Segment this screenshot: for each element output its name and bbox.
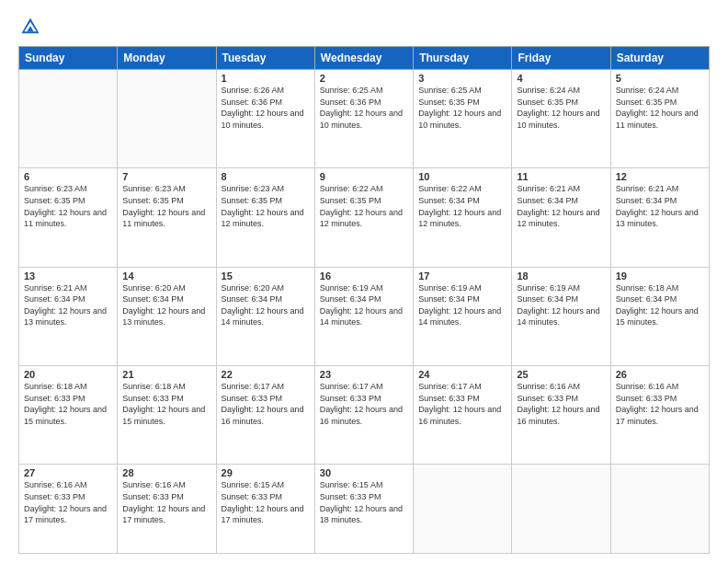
calendar-cell: 4Sunrise: 6:24 AM Sunset: 6:35 PM Daylig… xyxy=(512,70,610,168)
calendar-cell: 27Sunrise: 6:16 AM Sunset: 6:33 PM Dayli… xyxy=(19,465,118,554)
day-number: 5 xyxy=(616,73,704,84)
day-number: 6 xyxy=(24,171,112,182)
day-info: Sunrise: 6:24 AM Sunset: 6:35 PM Dayligh… xyxy=(616,85,704,131)
calendar-cell: 21Sunrise: 6:18 AM Sunset: 6:33 PM Dayli… xyxy=(118,366,216,465)
day-number: 21 xyxy=(122,369,210,380)
day-info: Sunrise: 6:15 AM Sunset: 6:33 PM Dayligh… xyxy=(320,479,408,525)
day-number: 2 xyxy=(320,73,408,84)
calendar-cell: 13Sunrise: 6:21 AM Sunset: 6:34 PM Dayli… xyxy=(19,267,118,365)
calendar-cell: 28Sunrise: 6:16 AM Sunset: 6:33 PM Dayli… xyxy=(118,465,216,554)
day-info: Sunrise: 6:20 AM Sunset: 6:34 PM Dayligh… xyxy=(122,282,210,328)
day-number: 29 xyxy=(222,467,310,478)
day-info: Sunrise: 6:19 AM Sunset: 6:34 PM Dayligh… xyxy=(517,282,605,328)
day-info: Sunrise: 6:17 AM Sunset: 6:33 PM Dayligh… xyxy=(418,381,506,427)
day-number: 4 xyxy=(517,73,605,84)
day-number: 27 xyxy=(24,467,112,478)
calendar-cell: 10Sunrise: 6:22 AM Sunset: 6:34 PM Dayli… xyxy=(414,168,512,267)
calendar-cell xyxy=(19,70,118,168)
day-info: Sunrise: 6:16 AM Sunset: 6:33 PM Dayligh… xyxy=(517,381,605,427)
calendar-cell: 24Sunrise: 6:17 AM Sunset: 6:33 PM Dayli… xyxy=(414,366,512,465)
calendar: SundayMondayTuesdayWednesdayThursdayFrid… xyxy=(18,46,710,554)
calendar-cell: 6Sunrise: 6:23 AM Sunset: 6:35 PM Daylig… xyxy=(19,168,118,267)
day-number: 11 xyxy=(517,171,605,182)
day-info: Sunrise: 6:17 AM Sunset: 6:33 PM Dayligh… xyxy=(320,381,408,427)
day-info: Sunrise: 6:24 AM Sunset: 6:35 PM Dayligh… xyxy=(517,85,605,131)
day-info: Sunrise: 6:15 AM Sunset: 6:33 PM Dayligh… xyxy=(222,479,310,525)
calendar-cell xyxy=(118,70,216,168)
calendar-cell: 3Sunrise: 6:25 AM Sunset: 6:35 PM Daylig… xyxy=(414,70,512,168)
day-number: 19 xyxy=(616,270,704,282)
day-number: 16 xyxy=(320,270,408,282)
calendar-header-saturday: Saturday xyxy=(610,47,709,70)
day-number: 13 xyxy=(24,270,112,282)
calendar-cell: 12Sunrise: 6:21 AM Sunset: 6:34 PM Dayli… xyxy=(610,168,709,267)
calendar-week-2: 6Sunrise: 6:23 AM Sunset: 6:35 PM Daylig… xyxy=(19,168,710,267)
day-number: 12 xyxy=(616,171,704,182)
calendar-cell: 25Sunrise: 6:16 AM Sunset: 6:33 PM Dayli… xyxy=(512,366,610,465)
calendar-cell: 17Sunrise: 6:19 AM Sunset: 6:34 PM Dayli… xyxy=(414,267,512,365)
day-number: 23 xyxy=(320,369,408,380)
calendar-cell: 30Sunrise: 6:15 AM Sunset: 6:33 PM Dayli… xyxy=(314,465,413,554)
day-number: 24 xyxy=(418,369,506,380)
day-number: 8 xyxy=(222,171,310,182)
calendar-cell: 1Sunrise: 6:26 AM Sunset: 6:36 PM Daylig… xyxy=(216,70,314,168)
day-number: 30 xyxy=(320,467,408,478)
calendar-cell xyxy=(610,465,709,554)
calendar-cell: 15Sunrise: 6:20 AM Sunset: 6:34 PM Dayli… xyxy=(216,267,314,365)
day-info: Sunrise: 6:16 AM Sunset: 6:33 PM Dayligh… xyxy=(122,479,210,525)
day-number: 10 xyxy=(418,171,506,182)
logo-text xyxy=(18,17,40,37)
calendar-header-sunday: Sunday xyxy=(19,47,118,70)
day-info: Sunrise: 6:22 AM Sunset: 6:35 PM Dayligh… xyxy=(320,183,408,229)
calendar-header-monday: Monday xyxy=(118,47,216,70)
calendar-cell: 19Sunrise: 6:18 AM Sunset: 6:34 PM Dayli… xyxy=(610,267,709,365)
calendar-cell: 14Sunrise: 6:20 AM Sunset: 6:34 PM Dayli… xyxy=(118,267,216,365)
calendar-header-wednesday: Wednesday xyxy=(314,47,413,70)
calendar-header-row: SundayMondayTuesdayWednesdayThursdayFrid… xyxy=(19,47,710,70)
calendar-cell: 11Sunrise: 6:21 AM Sunset: 6:34 PM Dayli… xyxy=(512,168,610,267)
day-number: 15 xyxy=(222,270,310,282)
calendar-cell: 18Sunrise: 6:19 AM Sunset: 6:34 PM Dayli… xyxy=(512,267,610,365)
day-info: Sunrise: 6:17 AM Sunset: 6:33 PM Dayligh… xyxy=(222,381,310,427)
day-info: Sunrise: 6:16 AM Sunset: 6:33 PM Dayligh… xyxy=(24,479,112,525)
calendar-week-4: 20Sunrise: 6:18 AM Sunset: 6:33 PM Dayli… xyxy=(19,366,710,465)
day-info: Sunrise: 6:21 AM Sunset: 6:34 PM Dayligh… xyxy=(24,282,112,328)
day-number: 25 xyxy=(517,369,605,380)
day-info: Sunrise: 6:21 AM Sunset: 6:34 PM Dayligh… xyxy=(616,183,704,229)
calendar-cell: 9Sunrise: 6:22 AM Sunset: 6:35 PM Daylig… xyxy=(314,168,413,267)
calendar-cell: 8Sunrise: 6:23 AM Sunset: 6:35 PM Daylig… xyxy=(216,168,314,267)
day-info: Sunrise: 6:18 AM Sunset: 6:33 PM Dayligh… xyxy=(122,381,210,427)
day-number: 26 xyxy=(616,369,704,380)
header xyxy=(18,17,710,37)
day-info: Sunrise: 6:21 AM Sunset: 6:34 PM Dayligh… xyxy=(517,183,605,229)
day-info: Sunrise: 6:19 AM Sunset: 6:34 PM Dayligh… xyxy=(418,282,506,328)
calendar-cell: 16Sunrise: 6:19 AM Sunset: 6:34 PM Dayli… xyxy=(314,267,413,365)
calendar-cell: 5Sunrise: 6:24 AM Sunset: 6:35 PM Daylig… xyxy=(610,70,709,168)
day-number: 17 xyxy=(418,270,506,282)
day-info: Sunrise: 6:22 AM Sunset: 6:34 PM Dayligh… xyxy=(418,183,506,229)
day-info: Sunrise: 6:25 AM Sunset: 6:36 PM Dayligh… xyxy=(320,85,408,131)
day-number: 14 xyxy=(122,270,210,282)
day-number: 22 xyxy=(222,369,310,380)
day-number: 3 xyxy=(418,73,506,84)
logo xyxy=(18,17,40,37)
day-number: 20 xyxy=(24,369,112,380)
calendar-cell: 22Sunrise: 6:17 AM Sunset: 6:33 PM Dayli… xyxy=(216,366,314,465)
logo-icon xyxy=(20,17,40,37)
calendar-cell: 26Sunrise: 6:16 AM Sunset: 6:33 PM Dayli… xyxy=(610,366,709,465)
calendar-cell: 20Sunrise: 6:18 AM Sunset: 6:33 PM Dayli… xyxy=(19,366,118,465)
calendar-header-friday: Friday xyxy=(512,47,610,70)
day-info: Sunrise: 6:25 AM Sunset: 6:35 PM Dayligh… xyxy=(418,85,506,131)
day-info: Sunrise: 6:16 AM Sunset: 6:33 PM Dayligh… xyxy=(616,381,704,427)
page: SundayMondayTuesdayWednesdayThursdayFrid… xyxy=(0,0,728,563)
calendar-header-thursday: Thursday xyxy=(414,47,512,70)
day-info: Sunrise: 6:19 AM Sunset: 6:34 PM Dayligh… xyxy=(320,282,408,328)
day-info: Sunrise: 6:23 AM Sunset: 6:35 PM Dayligh… xyxy=(24,183,112,229)
day-info: Sunrise: 6:23 AM Sunset: 6:35 PM Dayligh… xyxy=(222,183,310,229)
calendar-cell xyxy=(414,465,512,554)
calendar-week-5: 27Sunrise: 6:16 AM Sunset: 6:33 PM Dayli… xyxy=(19,465,710,554)
day-info: Sunrise: 6:20 AM Sunset: 6:34 PM Dayligh… xyxy=(222,282,310,328)
day-number: 1 xyxy=(222,73,310,84)
day-info: Sunrise: 6:18 AM Sunset: 6:34 PM Dayligh… xyxy=(616,282,704,328)
calendar-week-3: 13Sunrise: 6:21 AM Sunset: 6:34 PM Dayli… xyxy=(19,267,710,365)
